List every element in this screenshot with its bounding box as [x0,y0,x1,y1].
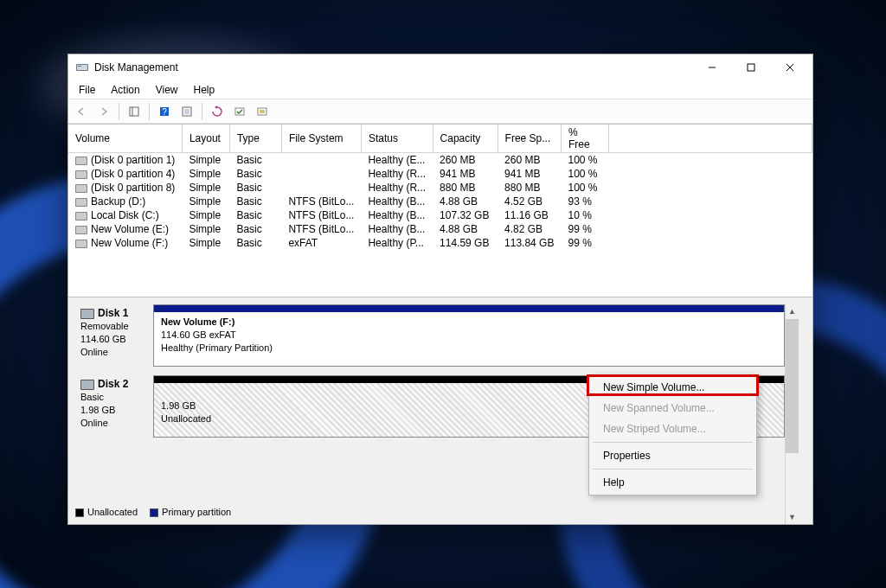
svg-rect-2 [78,66,81,67]
menu-new-spanned-volume: New Spanned Volume... [591,398,754,419]
menu-separator [593,469,753,470]
disk1-part-sub: 114.60 GB exFAT [161,329,236,340]
help-button[interactable]: ? [155,102,174,121]
forward-button[interactable] [94,102,113,121]
col-type[interactable]: Type [229,125,281,153]
disk2-state: Online [80,418,108,428]
disk1-size: 114.60 GB [80,334,126,344]
close-button[interactable] [770,54,809,80]
svg-rect-1 [77,65,87,70]
menu-help[interactable]: Help [187,82,222,98]
volume-icon [75,157,87,165]
titlebar[interactable]: Disk Management [68,54,812,80]
volume-row[interactable]: New Volume (F:)SimpleBasicexFATHealthy (… [68,236,812,250]
svg-rect-4 [748,64,754,71]
col-freespace[interactable]: Free Sp... [498,125,561,153]
menu-file[interactable]: File [72,82,102,98]
volume-row[interactable]: Local Disk (C:)SimpleBasicNTFS (BitLo...… [68,208,812,222]
menu-view[interactable]: View [149,82,185,98]
disk1-title: Disk 1 [98,307,128,319]
svg-rect-15 [260,110,265,113]
svg-rect-7 [130,107,138,116]
disk-icon [80,380,94,390]
toolbar: ? [68,99,812,124]
volume-icon [75,184,87,193]
scroll-down-icon[interactable]: ▼ [786,510,799,524]
col-volume[interactable]: Volume [68,125,182,153]
legend: Unallocated Primary partition [75,507,231,517]
disk1-info: Disk 1 Removable 114.60 GB Online [75,304,153,367]
minimize-button[interactable] [692,54,731,80]
volume-row[interactable]: (Disk 0 partition 4)SimpleBasicHealthy (… [68,167,812,181]
disk2-title: Disk 2 [98,378,128,390]
menu-separator [593,442,753,443]
volume-icon [75,240,87,248]
volume-icon [75,212,87,220]
back-button[interactable] [72,102,91,121]
volume-icon [75,170,87,179]
volume-row[interactable]: New Volume (E:)SimpleBasicNTFS (BitLo...… [68,222,812,236]
disk2-info: Disk 2 Basic 1.98 GB Online [75,375,153,438]
disk1-partition[interactable]: New Volume (F:) 114.60 GB exFAT Healthy … [153,304,785,367]
col-layout[interactable]: Layout [182,125,229,153]
volume-list[interactable]: Volume Layout Type File System Status Ca… [68,125,812,297]
disk1-part-title: New Volume (F:) [161,316,234,327]
legend-swatch-primary [150,508,158,517]
disk1-part-status: Healthy (Primary Partition) [161,342,273,353]
volume-row[interactable]: (Disk 0 partition 1)SimpleBasicHealthy (… [68,153,812,168]
col-status[interactable]: Status [361,125,433,153]
disk2-part-sub: 1.98 GB [161,400,196,411]
context-menu: New Simple Volume... New Spanned Volume.… [588,374,757,495]
action-list-button[interactable] [230,102,249,121]
app-icon [75,61,89,74]
col-pctfree[interactable]: % Free [561,125,608,153]
legend-label-unallocated: Unallocated [87,507,138,517]
disk2-kind: Basic [80,392,104,402]
scroll-thumb[interactable] [786,319,799,453]
legend-swatch-unallocated [75,508,84,517]
volume-row[interactable]: (Disk 0 partition 8)SimpleBasicHealthy (… [68,181,812,195]
disk2-size: 1.98 GB [80,405,115,415]
show-hide-console-tree-button[interactable] [125,102,144,121]
partition-header-primary [154,305,784,312]
disk1-kind: Removable [80,321,129,331]
menu-new-striped-volume: New Striped Volume... [591,419,754,439]
svg-text:?: ? [162,107,167,117]
disk-icon [80,309,94,319]
column-headers[interactable]: Volume Layout Type File System Status Ca… [68,125,812,153]
scroll-up-icon[interactable]: ▲ [786,304,799,318]
volume-icon [75,226,87,234]
svg-rect-12 [184,109,189,114]
settings-button[interactable] [177,102,196,121]
col-capacity[interactable]: Capacity [433,125,498,153]
col-filesystem[interactable]: File System [281,125,361,153]
disk2-part-status: Unallocated [161,413,211,424]
disk1-state: Online [80,347,108,357]
legend-label-primary: Primary partition [162,507,231,517]
refresh-button[interactable] [208,102,227,121]
menu-new-simple-volume[interactable]: New Simple Volume... [591,377,754,398]
menubar: File Action View Help [68,80,812,99]
vertical-scrollbar[interactable]: ▲ ▼ [785,304,799,524]
maximize-button[interactable] [731,54,770,80]
disk-row-1[interactable]: Disk 1 Removable 114.60 GB Online New Vo… [75,304,785,367]
menu-action[interactable]: Action [104,82,146,98]
menu-properties[interactable]: Properties [591,445,754,466]
window-title: Disk Management [94,61,692,74]
menu-help[interactable]: Help [591,472,754,493]
volume-row[interactable]: Backup (D:)SimpleBasicNTFS (BitLo...Heal… [68,195,812,208]
more-actions-button[interactable] [253,102,272,121]
volume-icon [75,198,87,207]
